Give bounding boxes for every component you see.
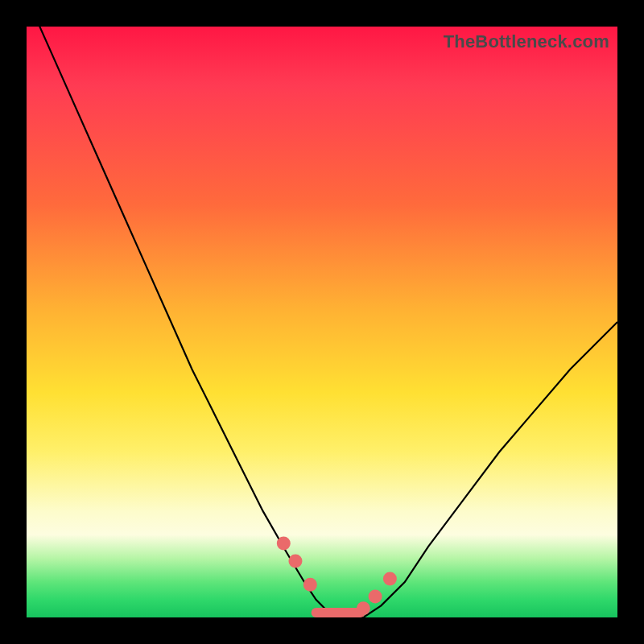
curve-marker [288, 554, 302, 568]
plot-area: TheBottleneck.com [27, 27, 617, 617]
curve-marker [369, 589, 382, 603]
curve-markers [277, 536, 397, 615]
curve-marker [303, 578, 317, 592]
curve-marker [357, 601, 370, 615]
chart-frame: TheBottleneck.com [0, 0, 644, 644]
bottleneck-curve [27, 0, 617, 617]
curve-marker [277, 536, 291, 550]
bottleneck-curve-svg [27, 27, 617, 617]
curve-marker [383, 572, 397, 585]
